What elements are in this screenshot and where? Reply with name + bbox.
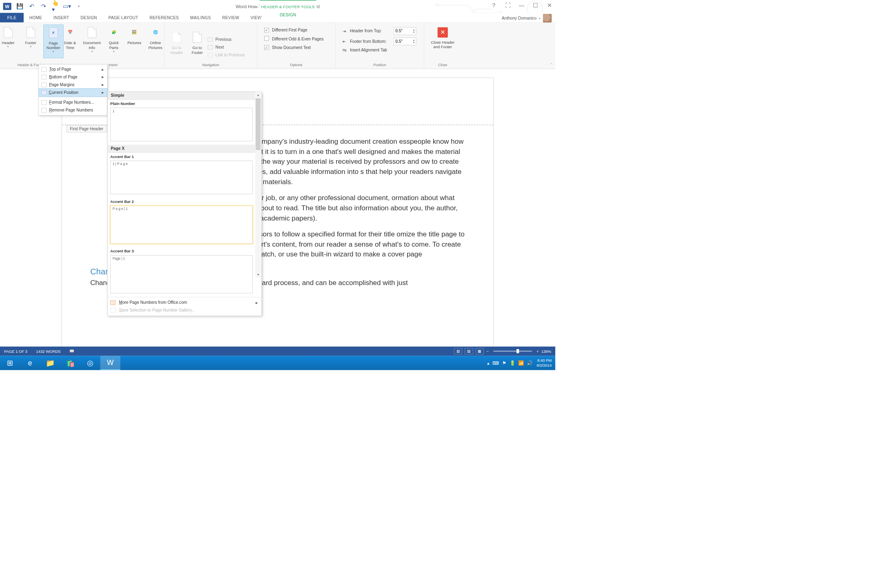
page-icon [41, 82, 47, 87]
menu-remove-page-numbers[interactable]: Remove Page Numbers [39, 107, 107, 114]
taskbar-clock[interactable]: 8:40 PM 8/2/2014 [537, 359, 552, 368]
status-bar: PAGE 1 OF 3 1432 WORDS 📖 ▥ ▤ ▦ − + 139% [0, 347, 555, 356]
gallery-item-accent-bar-1[interactable]: 1 | P a g e [110, 161, 253, 194]
undo-icon[interactable]: ↶ [28, 3, 35, 10]
taskbar-word-icon[interactable]: W [100, 356, 120, 370]
network-icon[interactable]: 📶 [518, 360, 524, 366]
word-count[interactable]: 1432 WORDS [36, 349, 61, 354]
gallery-scrollbar[interactable]: ▲ ▼ [255, 92, 261, 277]
group-label: Position [336, 63, 424, 67]
menu-top-of-page[interactable]: Top of Page▶ [39, 66, 107, 74]
body-paragraph: d professors to follow a specified forma… [234, 229, 465, 260]
menu-format-page-numbers[interactable]: Format Page Numbers... [39, 99, 107, 107]
ribbon-display-icon[interactable]: ⛶ [504, 2, 512, 9]
word-app-icon[interactable]: W [3, 3, 11, 10]
save-gallery-icon [110, 308, 116, 312]
close-header-footer-button[interactable]: ✕ Close Header and Footer [427, 24, 458, 49]
tab-insert[interactable]: INSERT [48, 13, 75, 22]
show-document-text-checkbox[interactable]: ✓Show Document Text [264, 45, 328, 50]
header-button[interactable]: Header▾ [0, 24, 18, 58]
header-from-top-input[interactable]: ▲▼ [394, 27, 416, 35]
print-layout-icon[interactable]: ▤ [465, 348, 473, 354]
page-number-label: Page Number [44, 41, 63, 50]
remove-icon [41, 108, 47, 112]
web-layout-icon[interactable]: ▦ [476, 348, 484, 354]
more-from-office-button[interactable]: More Page Numbers from Office.com▶ [108, 299, 262, 307]
taskbar-ie-icon[interactable]: e [20, 356, 40, 370]
previous-icon [208, 38, 213, 42]
zoom-level[interactable]: 139% [541, 349, 551, 354]
zoom-in-icon[interactable]: + [537, 349, 539, 354]
tab-home[interactable]: HOME [24, 13, 48, 22]
goto-footer-button[interactable]: Go to Footer [188, 29, 206, 63]
qat-extra-icon[interactable]: ▭▾ [64, 3, 70, 10]
minimize-icon[interactable]: — [518, 2, 526, 9]
zoom-out-icon[interactable]: − [486, 349, 489, 354]
close-window-icon[interactable]: ✕ [546, 2, 553, 9]
svg-point-1 [436, 4, 438, 6]
page-indicator[interactable]: PAGE 1 OF 3 [4, 349, 27, 354]
maximize-icon[interactable]: ☐ [532, 2, 539, 9]
document-info-button[interactable]: Document Info▾ [82, 24, 102, 58]
save-icon[interactable]: 💾 [16, 3, 23, 10]
menu-page-margins[interactable]: Page Margins▶ [39, 81, 107, 89]
tab-hf-design[interactable]: DESIGN [260, 13, 316, 18]
redo-icon[interactable]: ↷ [40, 3, 47, 10]
taskbar-explorer-icon[interactable]: 📁 [40, 356, 60, 370]
menu-current-position[interactable]: Current Position▶ [38, 89, 107, 97]
taskbar-store-icon[interactable]: 🛍️ [60, 356, 80, 370]
tab-mailings[interactable]: MAILINGS [185, 13, 216, 22]
previous-button[interactable]: Previous [206, 37, 254, 42]
insert-alignment-tab-button[interactable]: ⭾ Insert Alignment Tab [343, 48, 416, 52]
tab-references[interactable]: REFERENCES [144, 13, 185, 22]
menu-bottom-of-page[interactable]: Bottom of Page▶ [39, 73, 107, 81]
different-first-page-checkbox[interactable]: ✓Different First Page [264, 28, 328, 32]
touch-mode-icon[interactable]: 👆▾ [52, 3, 58, 10]
power-icon[interactable]: 🔋 [510, 360, 515, 366]
tab-review[interactable]: REVIEW [216, 13, 245, 22]
group-close: ✕ Close Header and Footer Close [424, 22, 461, 69]
quick-parts-button[interactable]: 🧩Quick Parts▾ [105, 24, 123, 58]
collapse-ribbon-icon[interactable]: ˄ [550, 63, 552, 67]
tab-file[interactable]: FILE [0, 13, 24, 22]
gallery-item-plain-number[interactable]: 1 [110, 108, 253, 141]
flag-icon[interactable]: ⚑ [502, 360, 506, 366]
help-icon[interactable]: ? [490, 2, 498, 9]
tab-icon: ⭾ [343, 48, 347, 52]
next-button[interactable]: Next [206, 45, 254, 50]
footer-from-bottom-input[interactable]: ▲▼ [394, 38, 416, 45]
online-pictures-button[interactable]: 🌐Online Pictures [146, 24, 165, 58]
page-number-button[interactable]: # Page Number▾ [43, 24, 63, 58]
tab-page-layout[interactable]: PAGE LAYOUT [103, 13, 144, 22]
scroll-thumb[interactable] [256, 98, 260, 150]
scroll-down-icon[interactable]: ▼ [255, 272, 261, 277]
header-top-icon: ⇥ [343, 29, 347, 33]
start-button[interactable]: ⊞ [0, 356, 20, 370]
group-navigation: Go to Header Go to Footer Previous Next … [165, 22, 257, 69]
gallery-item-accent-bar-3[interactable]: Page | 1 [110, 255, 253, 293]
gallery-item-accent-bar-2[interactable]: P a g e | 1 [110, 206, 253, 244]
spellcheck-icon[interactable]: 📖 [69, 349, 74, 353]
read-mode-icon[interactable]: ▥ [454, 348, 462, 354]
tab-design[interactable]: DESIGN [75, 13, 102, 22]
footer-button[interactable]: Footer▾ [21, 24, 41, 58]
keyboard-icon[interactable]: ⌨ [492, 360, 499, 366]
account-user[interactable]: Anthony Domanico ▾ [502, 14, 552, 22]
link-to-previous-button: Link to Previous [206, 52, 254, 58]
scroll-up-icon[interactable]: ▲ [255, 92, 261, 98]
pictures-button[interactable]: 🖼️Pictures [125, 24, 143, 58]
volume-icon[interactable]: 🔊 [527, 360, 532, 366]
format-icon [41, 100, 47, 105]
page-icon [41, 75, 47, 79]
qat-customize-icon[interactable]: ▾ [76, 3, 82, 10]
taskbar-chrome-icon[interactable]: ◎ [80, 356, 100, 370]
system-tray[interactable]: ▴ ⌨ ⚑ 🔋 📶 🔊 [487, 360, 532, 366]
contextual-tools-label: HEADER & FOOTER TOOLS [260, 0, 316, 13]
ribbon: Header▾ Footer▾ # Page Number▾ Header & … [0, 22, 555, 69]
title-bar: W 💾 ↶ ↷ 👆▾ ▭▾ ▾ Word How-To Article Augu… [0, 0, 555, 13]
date-time-button[interactable]: 📅Date & Time [61, 24, 79, 58]
zoom-slider[interactable] [493, 351, 532, 352]
tray-up-icon[interactable]: ▴ [487, 360, 490, 366]
different-odd-even-checkbox[interactable]: Different Odd & Even Pages [264, 36, 328, 42]
page-number-gallery: Simple Plain Number 1 Page X Accent Bar … [107, 91, 262, 316]
